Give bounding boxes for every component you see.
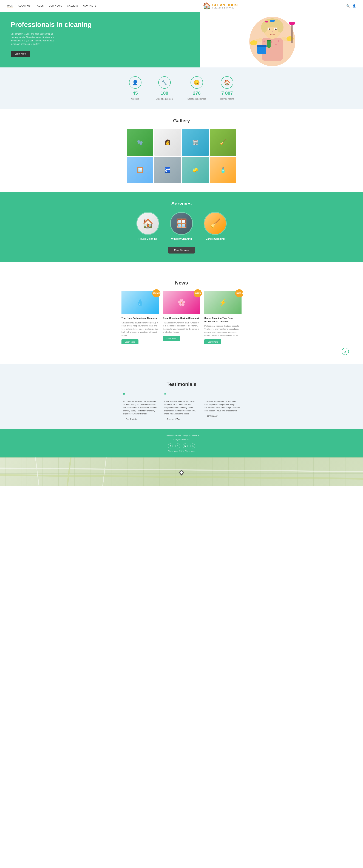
svg-point-4 bbox=[271, 41, 272, 43]
stat-number: 100 bbox=[161, 90, 168, 96]
news-card: 💧 10/09/16 Tips from Professional Cleane… bbox=[121, 291, 159, 344]
hero-section: Professionals in cleaning Our company is… bbox=[0, 12, 363, 67]
stat-item: 👤 45 Workers bbox=[129, 76, 142, 100]
nav-link-main[interactable]: MAIN bbox=[7, 4, 13, 7]
news-grid: 💧 10/09/16 Tips from Professional Cleane… bbox=[7, 291, 356, 344]
svg-point-19 bbox=[250, 40, 257, 45]
service-image: 🪟 bbox=[171, 213, 192, 234]
stat-item: 😊 276 Satisfied customers bbox=[187, 76, 206, 100]
service-circle[interactable]: 🧹 bbox=[204, 212, 226, 235]
svg-point-15 bbox=[269, 29, 270, 30]
news-card: ⚡ 10/09/16 Speed Cleaning Tips From Prof… bbox=[204, 291, 242, 344]
news-learn-more-button[interactable]: Learn More bbox=[121, 339, 139, 344]
testimonials-title: Testimonials bbox=[7, 373, 356, 387]
svg-point-17 bbox=[272, 31, 273, 32]
svg-rect-25 bbox=[257, 45, 267, 47]
news-title: Deep Cleaning (Spring Cleaning) bbox=[163, 316, 200, 320]
stat-label: Satisfied customers bbox=[187, 98, 206, 100]
gallery-cell[interactable]: 🪟 bbox=[127, 157, 153, 183]
svg-point-5 bbox=[275, 44, 277, 45]
search-icon[interactable]: 🔍 bbox=[346, 4, 350, 8]
gallery-image: 👩 bbox=[154, 129, 181, 156]
gallery-cell[interactable]: 🏢 bbox=[182, 129, 209, 156]
scroll-top-button[interactable]: ▲ bbox=[342, 348, 349, 355]
service-item: 🏠 House Cleaning bbox=[137, 212, 159, 240]
stat-label: Workers bbox=[131, 98, 139, 100]
svg-point-2 bbox=[264, 40, 265, 42]
instagram-icon[interactable]: ▣ bbox=[183, 443, 188, 448]
stat-icon: 😊 bbox=[190, 76, 203, 89]
news-text: Smart cleaning starts before you pick up… bbox=[121, 321, 159, 337]
hero-learn-more-button[interactable]: Learn More bbox=[11, 51, 30, 57]
services-section: Services 🏠 House Cleaning 🪟 Window Clean… bbox=[0, 192, 363, 262]
facebook-icon[interactable]: f bbox=[168, 443, 173, 448]
svg-point-23 bbox=[289, 22, 295, 25]
stat-number: 276 bbox=[193, 90, 201, 96]
news-learn-more-button[interactable]: Learn More bbox=[163, 336, 180, 341]
stat-icon: 👤 bbox=[129, 76, 142, 89]
service-label: Window Cleaning bbox=[171, 238, 192, 240]
testimonial-card: " I just want to thank you for your help… bbox=[205, 393, 240, 421]
news-date-badge: 10/09/16 bbox=[235, 289, 243, 298]
service-circle[interactable]: 🪟 bbox=[170, 212, 193, 235]
service-circle[interactable]: 🏠 bbox=[137, 212, 159, 235]
footer-social: f t ▣ ◎ bbox=[7, 443, 356, 448]
testimonial-text: Thank you very much for your rapid respo… bbox=[164, 400, 199, 415]
nav-link-contacts[interactable]: CONTACTS bbox=[83, 4, 96, 7]
gallery-image: 🧽 bbox=[182, 157, 209, 183]
testimonial-author: — Frank Walker bbox=[123, 418, 158, 421]
svg-rect-22 bbox=[292, 24, 293, 43]
service-image: 🏠 bbox=[137, 213, 159, 234]
gallery-cell[interactable]: 🚰 bbox=[154, 157, 181, 183]
more-services-button[interactable]: More Services bbox=[169, 247, 194, 253]
nav-link-gallery[interactable]: GALLERY bbox=[67, 4, 78, 7]
gallery-cell[interactable]: 🧽 bbox=[182, 157, 209, 183]
gallery-image: 🏢 bbox=[182, 129, 209, 156]
gallery-cell[interactable]: 👩 bbox=[154, 129, 181, 156]
news-learn-more-button[interactable]: Learn More bbox=[204, 339, 221, 344]
gallery-cell[interactable]: 🧹 bbox=[210, 129, 237, 156]
quote-mark: " bbox=[164, 393, 199, 398]
svg-point-16 bbox=[275, 29, 277, 30]
stat-item: 🏠 7 807 Refined rooms bbox=[220, 76, 234, 100]
user-icon[interactable]: 👤 bbox=[352, 4, 356, 8]
footer-email: info@cleansite.net bbox=[7, 438, 356, 441]
svg-point-10 bbox=[277, 22, 283, 33]
hero-headline: Professionals in cleaning bbox=[11, 21, 193, 29]
news-section: News 💧 10/09/16 Tips from Professional C… bbox=[0, 262, 363, 364]
nav-link-about-us[interactable]: ABOUT US bbox=[18, 4, 31, 7]
svg-point-9 bbox=[261, 22, 268, 33]
rss-icon[interactable]: ◎ bbox=[190, 443, 195, 448]
stats-section: 👤 45 Workers 🔧 100 Units of equipment 😊 … bbox=[0, 67, 363, 109]
news-image-wrap: ⚡ 10/09/16 bbox=[204, 291, 242, 314]
stat-number: 45 bbox=[132, 90, 138, 96]
stat-icon: 🏠 bbox=[221, 76, 233, 89]
news-text: Professional cleaners don't use gadgets.… bbox=[204, 324, 242, 337]
news-title: Tips from Professional Cleaners bbox=[121, 316, 159, 320]
twitter-icon[interactable]: t bbox=[175, 443, 180, 448]
testimonial-author: — Crystal Hill bbox=[205, 415, 240, 417]
testimonials-grid: " Hi, guys! You've solved my problem in … bbox=[7, 393, 356, 421]
service-item: 🪟 Window Cleaning bbox=[170, 212, 193, 240]
gallery-cell[interactable]: 🧴 bbox=[210, 157, 237, 183]
news-date-badge: 10/09/16 bbox=[152, 289, 160, 298]
navbar: MAINABOUT USPAGESOUR NEWSGALLERYCONTACTS… bbox=[0, 0, 363, 12]
service-label: House Cleaning bbox=[139, 238, 157, 240]
nav-link-pages[interactable]: PAGES bbox=[36, 4, 44, 7]
nav-link-our-news[interactable]: OUR NEWS bbox=[49, 4, 62, 7]
services-title: Services bbox=[7, 201, 356, 207]
news-title: News bbox=[7, 271, 356, 286]
news-date-badge: 10/09/16 bbox=[194, 289, 202, 298]
testimonial-author: — Barbara Wilson bbox=[164, 418, 199, 421]
footer-address: 4178 Macinna Road, Glasgow G04 8RGB bbox=[7, 435, 356, 437]
svg-line-29 bbox=[0, 475, 363, 479]
stat-item: 🔧 100 Units of equipment bbox=[156, 76, 173, 100]
stat-icon: 🔧 bbox=[158, 76, 171, 89]
services-grid: 🏠 House Cleaning 🪟 Window Cleaning 🧹 Car… bbox=[7, 212, 356, 240]
logo: 🏠 CLEAN HOUSE CLEANING COMPANY bbox=[203, 2, 240, 9]
svg-rect-11 bbox=[265, 21, 268, 23]
gallery-image: 🧹 bbox=[210, 129, 237, 156]
gallery-cell[interactable]: 🧤 bbox=[127, 129, 153, 156]
map-section bbox=[0, 458, 363, 486]
testimonial-text: Hi, guys! You've solved my problem in no… bbox=[123, 400, 158, 415]
